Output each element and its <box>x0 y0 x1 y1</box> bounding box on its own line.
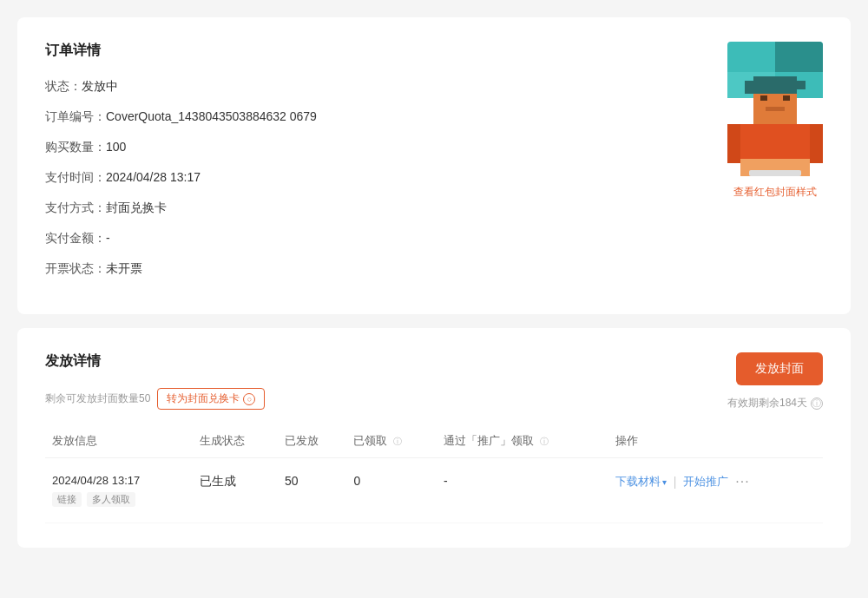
status-label: 状态： <box>45 77 82 95</box>
released-cell: 50 <box>278 458 347 523</box>
pay-time-label: 支付时间： <box>45 168 106 187</box>
table-row: 2024/04/28 13:17 链接 多人领取 已生成 50 0 - <box>45 458 823 523</box>
convert-to-card-button[interactable]: 转为封面兑换卡 ○ <box>157 388 265 410</box>
more-actions-icon[interactable]: ··· <box>735 474 749 490</box>
cover-preview-section: 查看红包封面样式 <box>727 42 823 200</box>
status-row: 状态： 发放中 <box>45 77 693 95</box>
invoice-row: 开票状态： 未开票 <box>45 260 693 278</box>
invoice-value: 未开票 <box>106 260 142 278</box>
order-info-section: 订单详情 状态： 发放中 订单编号： CoverQuota_1438043503… <box>45 42 693 290</box>
cover-style-link[interactable]: 查看红包封面样式 <box>733 185 817 200</box>
status-value: 发放中 <box>82 77 118 95</box>
release-cover-button[interactable]: 发放封面 <box>736 352 823 385</box>
pay-method-row: 支付方式： 封面兑换卡 <box>45 199 693 217</box>
validity-text: 有效期剩余184天 <box>727 396 807 411</box>
svg-rect-9 <box>766 107 785 111</box>
validity-info-icon[interactable]: ⓘ <box>811 398 823 410</box>
invoice-label: 开票状态： <box>45 260 106 278</box>
action-separator: | <box>674 475 677 489</box>
svg-rect-4 <box>753 76 797 94</box>
tag-multi: 多人领取 <box>87 492 135 507</box>
svg-rect-6 <box>792 81 806 89</box>
order-title: 订单详情 <box>45 42 693 60</box>
pay-time-value: 2024/04/28 13:17 <box>106 168 201 187</box>
amount-label: 实付金额： <box>45 229 106 247</box>
convert-btn-label: 转为封面兑换卡 <box>167 391 240 406</box>
amount-value: - <box>106 229 110 247</box>
table-body: 2024/04/28 13:17 链接 多人领取 已生成 50 0 - <box>45 458 823 523</box>
svg-rect-11 <box>727 124 740 163</box>
order-id-value: CoverQuota_1438043503884632 0679 <box>106 108 317 126</box>
svg-rect-7 <box>760 95 767 101</box>
pay-method-value: 封面兑换卡 <box>106 199 167 217</box>
distribution-table: 发放信息 生成状态 已发放 已领取 ⓘ 通过「推广」领取 ⓘ <box>45 424 823 523</box>
order-detail-card: 订单详情 状态： 发放中 订单编号： CoverQuota_1438043503… <box>17 17 851 314</box>
th-info: 发放信息 <box>45 424 193 458</box>
th-promo-claimed: 通过「推广」领取 ⓘ <box>437 424 608 458</box>
download-chevron-icon: ▾ <box>662 477 667 487</box>
table-header: 发放信息 生成状态 已发放 已领取 ⓘ 通过「推广」领取 ⓘ <box>45 424 823 458</box>
info-cell: 2024/04/28 13:17 链接 多人领取 <box>45 458 193 523</box>
th-status: 生成状态 <box>193 424 278 458</box>
svg-rect-12 <box>810 124 823 163</box>
amount-row: 实付金额： - <box>45 229 693 247</box>
status-cell: 已生成 <box>193 458 278 523</box>
distribution-header: 发放详情 剩余可发放封面数量50 转为封面兑换卡 ○ 发放封面 有效期剩余184… <box>45 352 823 411</box>
generated-status: 已生成 <box>200 474 236 488</box>
th-released: 已发放 <box>278 424 347 458</box>
cover-image-mock <box>727 42 823 176</box>
action-group: 下载材料 ▾ | 开始推广 ··· <box>615 474 816 490</box>
tag-row: 链接 多人领取 <box>52 492 186 507</box>
distribution-subtitle: 剩余可发放封面数量50 转为封面兑换卡 ○ <box>45 388 727 410</box>
svg-rect-14 <box>749 170 801 176</box>
validity-info: 有效期剩余184天 ⓘ <box>727 396 823 411</box>
promo-info-icon[interactable]: ⓘ <box>540 437 549 446</box>
start-promote-link[interactable]: 开始推广 <box>683 474 728 490</box>
quantity-row: 购买数量： 100 <box>45 138 693 156</box>
order-id-row: 订单编号： CoverQuota_1438043503884632 0679 <box>45 108 693 126</box>
convert-btn-circle-icon: ○ <box>243 393 255 405</box>
release-date: 2024/04/28 13:17 <box>52 474 186 487</box>
cover-art-svg <box>727 42 823 176</box>
cover-image <box>727 42 823 176</box>
action-cell: 下载材料 ▾ | 开始推广 ··· <box>608 458 823 523</box>
promo-claimed-cell: - <box>437 458 608 523</box>
svg-rect-8 <box>783 95 790 101</box>
table-header-row: 发放信息 生成状态 已发放 已领取 ⓘ 通过「推广」领取 ⓘ <box>45 424 823 458</box>
pay-time-row: 支付时间： 2024/04/28 13:17 <box>45 168 693 187</box>
claimed-cell: 0 <box>346 458 437 523</box>
quantity-label: 购买数量： <box>45 138 106 156</box>
svg-rect-1 <box>775 42 823 72</box>
quantity-value: 100 <box>106 138 126 156</box>
pay-method-label: 支付方式： <box>45 199 106 217</box>
th-action: 操作 <box>608 424 823 458</box>
subtitle-prefix: 剩余可发放封面数量50 <box>45 391 150 406</box>
svg-rect-5 <box>745 81 758 94</box>
claimed-info-icon[interactable]: ⓘ <box>393 437 402 446</box>
tag-link: 链接 <box>52 492 82 507</box>
th-claimed: 已领取 ⓘ <box>346 424 437 458</box>
distribution-title: 发放详情 <box>45 352 727 371</box>
distribution-detail-card: 发放详情 剩余可发放封面数量50 转为封面兑换卡 ○ 发放封面 有效期剩余184… <box>17 328 851 548</box>
distribution-title-area: 发放详情 剩余可发放封面数量50 转为封面兑换卡 ○ <box>45 352 727 410</box>
download-materials-link[interactable]: 下载材料 ▾ <box>615 474 667 490</box>
order-id-label: 订单编号： <box>45 108 106 126</box>
